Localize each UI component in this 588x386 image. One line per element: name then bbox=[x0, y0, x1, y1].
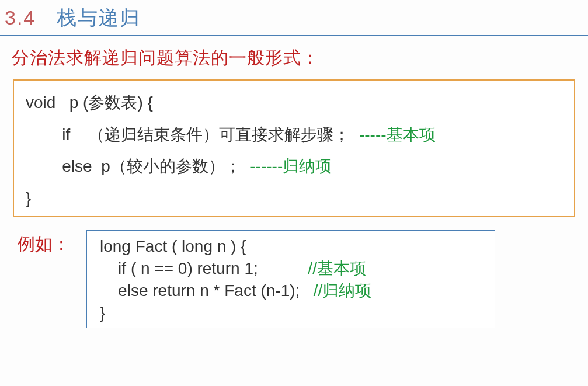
pseudo-line-1: void p (参数表) { bbox=[26, 91, 562, 115]
ex-l3-code: else return n * Fact (n-1); bbox=[100, 281, 314, 300]
ex-l2-code: if ( n == 0) return 1; bbox=[100, 259, 308, 277]
example-label: 例如： bbox=[18, 230, 70, 256]
section-number: 3.4 bbox=[5, 6, 36, 29]
ex-l2-comment: //基本项 bbox=[308, 259, 366, 277]
ex-line-2: if ( n == 0) return 1; //基本项 bbox=[100, 258, 482, 280]
pseudo-line-3: else p（较小的参数）； ------归纳项 bbox=[26, 155, 562, 179]
example-row: 例如： long Fact ( long n ) { if ( n == 0) … bbox=[0, 230, 588, 328]
pseudo-l3-dashes: ------ bbox=[241, 157, 283, 175]
section-title: 栈与递归 bbox=[57, 5, 141, 32]
pseudocode-box: void p (参数表) { if （递归结束条件）可直接求解步骤； -----… bbox=[13, 79, 575, 217]
pseudo-l2-tag: 基本项 bbox=[387, 126, 436, 144]
pseudo-l2-text: if （递归结束条件）可直接求解步骤； bbox=[26, 126, 350, 144]
pseudo-line-2: if （递归结束条件）可直接求解步骤； -----基本项 bbox=[26, 123, 562, 147]
ex-line-4: } bbox=[100, 302, 482, 324]
subtitle: 分治法求解递归问题算法的一般形式： bbox=[12, 46, 588, 70]
pseudo-l3-tag: 归纳项 bbox=[283, 157, 332, 175]
pseudo-l3-text: else p（较小的参数）； bbox=[26, 157, 241, 175]
ex-l3-comment: //归纳项 bbox=[314, 281, 372, 300]
ex-line-1: long Fact ( long n ) { bbox=[100, 235, 482, 258]
ex-line-3: else return n * Fact (n-1); //归纳项 bbox=[100, 280, 482, 302]
example-code-box: long Fact ( long n ) { if ( n == 0) retu… bbox=[86, 230, 495, 328]
pseudo-line-4: } bbox=[26, 187, 562, 211]
slide-header: 3.4 栈与递归 bbox=[0, 0, 588, 36]
pseudo-l2-dashes: ----- bbox=[350, 126, 386, 144]
